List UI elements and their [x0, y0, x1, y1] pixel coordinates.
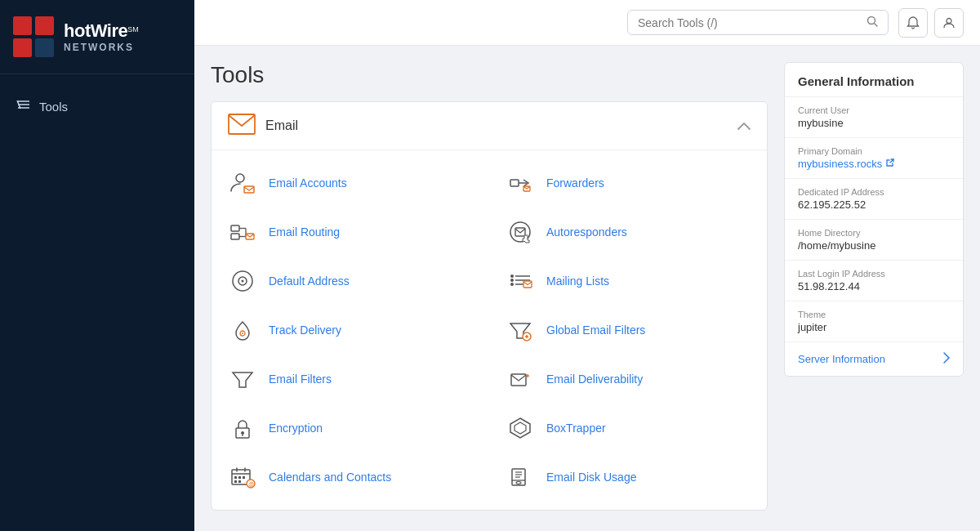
- svg-rect-38: [511, 374, 526, 386]
- primary-domain-label: Primary Domain: [798, 146, 950, 156]
- tool-forwarders[interactable]: Forwarders: [489, 158, 767, 207]
- server-info-row[interactable]: Server Information: [785, 342, 963, 376]
- tool-default-address[interactable]: Default Address: [212, 257, 489, 306]
- email-section-title: Email: [265, 118, 298, 133]
- autoresponders-label: Autoresponders: [546, 225, 627, 239]
- header-icons: [898, 8, 964, 38]
- tool-email-accounts[interactable]: Email Accounts: [212, 158, 489, 207]
- tool-email-routing[interactable]: Email Routing: [212, 207, 489, 257]
- search-bar: [627, 10, 889, 35]
- page-title: Tools: [211, 62, 768, 88]
- header: [194, 0, 980, 46]
- svg-text:@: @: [248, 481, 254, 487]
- email-accounts-label: Email Accounts: [269, 176, 347, 190]
- svg-point-42: [241, 431, 244, 435]
- sidebar-nav: Tools: [0, 74, 194, 138]
- svg-rect-51: [238, 476, 241, 479]
- svg-point-23: [242, 280, 244, 283]
- forwarders-label: Forwarders: [546, 176, 604, 190]
- svg-point-8: [236, 174, 244, 182]
- current-user-label: Current User: [798, 105, 950, 115]
- svg-point-59: [516, 482, 521, 484]
- main-container: Tools Email: [194, 0, 980, 531]
- track-delivery-label: Track Delivery: [269, 324, 341, 337]
- svg-point-27: [510, 274, 514, 278]
- svg-point-32: [242, 332, 243, 334]
- home-dir-row: Home Directory /home/mybusine: [785, 220, 963, 261]
- svg-rect-14: [231, 234, 239, 239]
- email-envelope-icon: [228, 114, 256, 138]
- current-user-value: mybusine: [798, 117, 950, 129]
- panel-title: General Information: [785, 63, 963, 97]
- sidebar-tools-label: Tools: [39, 100, 68, 114]
- section-header-left: Email: [228, 114, 298, 138]
- svg-rect-9: [244, 186, 254, 193]
- calendars-contacts-icon: @: [228, 462, 257, 492]
- svg-point-6: [947, 18, 951, 23]
- search-input[interactable]: [638, 16, 860, 29]
- collapse-button[interactable]: [737, 118, 751, 133]
- svg-point-28: [510, 279, 514, 282]
- last-login-ip-label: Last Login IP Address: [798, 269, 950, 279]
- calendars-contacts-label: Calendars and Contacts: [269, 471, 391, 484]
- encryption-icon: [228, 413, 257, 443]
- tool-global-email-filters[interactable]: Global Email Filters: [489, 306, 767, 355]
- svg-rect-50: [234, 476, 237, 479]
- dedicated-ip-value: 62.195.225.52: [798, 199, 950, 211]
- svg-marker-45: [514, 422, 526, 434]
- logo-hot: hotWire: [64, 20, 127, 41]
- tools-grid: Email Accounts: [212, 150, 767, 510]
- default-address-icon: [228, 266, 257, 296]
- email-deliverability-label: Email Deliverability: [546, 373, 643, 386]
- svg-rect-7: [229, 114, 255, 134]
- mailing-lists-label: Mailing Lists: [546, 274, 609, 288]
- tool-mailing-lists[interactable]: Mailing Lists: [489, 257, 767, 306]
- sidebar-item-tools[interactable]: Tools: [0, 87, 194, 125]
- svg-rect-20: [515, 228, 525, 236]
- dedicated-ip-label: Dedicated IP Address: [798, 187, 950, 197]
- tool-encryption[interactable]: Encryption: [212, 404, 489, 453]
- mailing-lists-icon: [506, 266, 535, 296]
- last-login-ip-row: Last Login IP Address 51.98.212.44: [785, 261, 963, 301]
- primary-domain-row: Primary Domain mybusiness.rocks: [785, 138, 963, 179]
- tool-boxtrapper[interactable]: BoxTrapper: [489, 404, 767, 453]
- svg-rect-52: [243, 476, 245, 479]
- global-email-filters-icon: [506, 315, 535, 345]
- tool-email-disk-usage[interactable]: Email Disk Usage: [489, 453, 767, 502]
- section-header: Email: [212, 102, 767, 150]
- logo-networks: NETWORKS: [64, 42, 139, 53]
- logo-icon: [13, 16, 54, 57]
- notifications-button[interactable]: [898, 8, 928, 38]
- page-header-row: Tools: [211, 62, 768, 101]
- email-accounts-icon: [228, 168, 257, 198]
- email-deliverability-icon: [506, 364, 535, 394]
- tool-track-delivery[interactable]: Track Delivery: [212, 306, 489, 355]
- chevron-right-icon: [943, 352, 950, 366]
- external-link-icon: [885, 158, 895, 170]
- tool-autoresponders[interactable]: Autoresponders: [489, 207, 767, 257]
- tools-icon: [16, 97, 31, 115]
- home-dir-label: Home Directory: [798, 228, 950, 238]
- current-user-row: Current User mybusine: [785, 97, 963, 138]
- svg-line-5: [875, 24, 878, 27]
- email-disk-usage-icon: [506, 462, 535, 492]
- left-col: Tools Email: [211, 62, 768, 515]
- encryption-label: Encryption: [269, 422, 323, 435]
- boxtrapper-icon: [506, 413, 535, 443]
- tool-email-deliverability[interactable]: Email Deliverability: [489, 355, 767, 404]
- general-info-panel: General Information Current User mybusin…: [784, 62, 964, 377]
- tool-calendars-contacts[interactable]: @ Calendars and Contacts: [212, 453, 489, 502]
- primary-domain-value[interactable]: mybusiness.rocks: [798, 158, 950, 170]
- svg-point-29: [510, 283, 514, 286]
- user-button[interactable]: [934, 8, 964, 38]
- email-routing-icon: [228, 217, 257, 247]
- autoresponders-icon: [506, 217, 535, 247]
- last-login-ip-value: 51.98.212.44: [798, 280, 950, 292]
- global-email-filters-label: Global Email Filters: [546, 324, 645, 337]
- svg-marker-37: [233, 373, 252, 387]
- search-icon[interactable]: [866, 16, 878, 29]
- svg-rect-10: [510, 180, 519, 186]
- email-disk-usage-label: Email Disk Usage: [546, 471, 636, 484]
- tool-email-filters[interactable]: Email Filters: [212, 355, 489, 404]
- email-routing-label: Email Routing: [269, 225, 340, 239]
